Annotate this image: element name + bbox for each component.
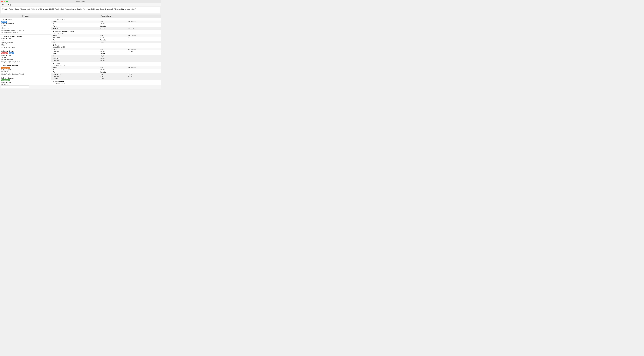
cell-net bbox=[126, 69, 161, 71]
col-header-net: Net change bbox=[126, 20, 161, 23]
transaction-date: 17/11/2023 16:51 bbox=[53, 18, 160, 20]
cell-total: 600.00 bbox=[98, 50, 126, 53]
transaction-date: 17/11/2023 16:27 bbox=[53, 32, 160, 34]
cell-total: 66.67 bbox=[98, 75, 126, 77]
table-row: Payer Subtotal bbox=[51, 39, 161, 41]
transaction-item-3: 3. random text random text 17/11/2023 16… bbox=[51, 29, 161, 43]
transaction-table: Payee Total Net change David Li 600.00 -… bbox=[51, 48, 161, 61]
person-item-alex-yeoh[interactable]: 1. Alex Yeoh friends Balance: +732.16 87… bbox=[0, 18, 51, 34]
col-header-total: Total bbox=[98, 48, 126, 50]
person-name: 1. Alex Yeoh bbox=[2, 18, 50, 20]
menu-file[interactable]: File bbox=[1, 3, 5, 6]
cell-payee: Alex Yeoh bbox=[51, 36, 98, 39]
transaction-title: 4. Rent bbox=[53, 44, 160, 46]
cell-total: 33.33 bbox=[98, 77, 126, 80]
persons-header: Persons bbox=[0, 14, 51, 18]
col-header-payee: Payee bbox=[51, 48, 98, 50]
person-email: betsycrowe@example.com bbox=[2, 61, 50, 63]
person-item-irfan[interactable]: 5. Irfan Ibrahim classmates Balance: 0.0… bbox=[0, 76, 51, 85]
cell-net: -30.12 bbox=[126, 36, 161, 39]
cell-net bbox=[126, 71, 161, 73]
transaction-title: 3. random text random text bbox=[53, 30, 160, 32]
cell-name: You bbox=[51, 55, 98, 57]
transaction-item-5: 5. Dinner 14/10/2023 17:00 Payee Total N… bbox=[51, 62, 161, 80]
persons-list[interactable]: 1. Alex Yeoh friends Balance: +732.16 87… bbox=[0, 18, 51, 85]
table-row: Alex Yeoh 200.00 - bbox=[51, 57, 161, 59]
table-row: Payer Subtotal bbox=[51, 53, 161, 55]
person-address: Blk 30 Geylang Street 29, #06-40 bbox=[2, 29, 50, 31]
table-row: David Li 600.00 -200.00 bbox=[51, 50, 161, 53]
table-row: You 100.00 bbox=[51, 69, 161, 71]
persons-panel: Persons 1. Alex Yeoh friends Balance: +7… bbox=[0, 14, 51, 85]
person-address: Blk 11 Ang Mo Kio Street 74, #11-04 bbox=[2, 73, 50, 75]
menu-help[interactable]: Help bbox=[7, 3, 12, 6]
person-address: London Block 55 bbox=[2, 58, 50, 61]
table-row: Others 33.33 - bbox=[51, 77, 161, 80]
col-header-payee: Payee bbox=[51, 20, 98, 23]
cell-total: 100.00 bbox=[98, 69, 126, 71]
transaction-item-6: 6. Hall Dinner 13/10/2023 16:00 Payee To… bbox=[51, 80, 161, 85]
cell-subtotal: Subtotal bbox=[98, 25, 126, 27]
transaction-title: 6. Hall Dinner bbox=[53, 81, 160, 83]
table-row: Alex Yeoh 30.12 -30.12 bbox=[51, 36, 161, 39]
cell-net: +742.28 bbox=[126, 27, 161, 29]
table-row: Payer Subtotal bbox=[51, 25, 161, 27]
col-header-net: Net change bbox=[126, 66, 161, 69]
table-row: Alex Yeoh 742.28 +742.28 bbox=[51, 27, 161, 29]
cell-payer: Payer bbox=[51, 25, 98, 27]
cell-net: - bbox=[126, 59, 161, 61]
cell-net bbox=[126, 39, 161, 41]
person-phone: 999 bbox=[2, 39, 50, 41]
table-row: David Li 200.00 - bbox=[51, 59, 161, 61]
cell-subtotal: Subtotal bbox=[98, 71, 126, 73]
person-phone: 93210283 bbox=[2, 71, 50, 73]
person-name: 4. Charlotte Oliveiro bbox=[2, 65, 50, 67]
cell-name: Alex Yeoh bbox=[51, 57, 98, 59]
title-bar: Spend N Split bbox=[0, 0, 161, 3]
bottom-input[interactable] bbox=[1, 85, 29, 88]
person-phone: 87438807 bbox=[2, 24, 50, 27]
cell-total: 200.00 bbox=[98, 55, 126, 57]
cell-total: 742.28 bbox=[98, 27, 126, 29]
person-name: 2. 5920345809280598245 bbox=[2, 35, 50, 37]
cell-net bbox=[126, 23, 161, 25]
cell-name: Alex Yeoh bbox=[51, 27, 98, 29]
person-phone: 1234567 bbox=[2, 56, 50, 58]
person-item-betsy-crowe[interactable]: 3. Betsy Crowe London friend Balance: 0.… bbox=[0, 49, 51, 64]
col-header-total: Total bbox=[98, 20, 126, 23]
transactions-list[interactable]: 17/11/2023 16:51 Payee Total Net change … bbox=[51, 18, 161, 85]
cell-name: Others bbox=[51, 77, 98, 80]
cell-payer: Payer bbox=[51, 39, 98, 41]
maximize-button[interactable] bbox=[6, 1, 8, 2]
person-email: yang@heng.edu.sg bbox=[2, 46, 50, 48]
col-header-net: Net change bbox=[126, 48, 161, 50]
table-row: You 200.00 - bbox=[51, 55, 161, 57]
cell-net: +0.00 bbox=[126, 73, 161, 75]
cell-name: You bbox=[51, 41, 98, 43]
table-row: You 30.12 - bbox=[51, 41, 161, 43]
transaction-header: 6. Hall Dinner 13/10/2023 16:00 bbox=[51, 80, 161, 85]
cell-payer: Payer bbox=[51, 53, 98, 55]
cell-total: 742.28 bbox=[98, 23, 126, 25]
minimize-button[interactable] bbox=[4, 1, 5, 2]
cell-net bbox=[126, 25, 161, 27]
notification-text: Updated Portion: Dinner; Timestamp: 14/1… bbox=[2, 8, 136, 10]
bottom-bar bbox=[0, 85, 161, 89]
table-row: Bernice Yu 0.00 +0.00 bbox=[51, 73, 161, 75]
close-button[interactable] bbox=[1, 1, 3, 2]
notification-bar: Updated Portion: Dinner; Timestamp: 14/1… bbox=[1, 7, 160, 14]
transaction-header: 4. Rent 17/11/2023 16:26 bbox=[51, 43, 161, 48]
cell-total: 0.00 bbox=[98, 73, 126, 75]
tag-london: London bbox=[2, 52, 8, 54]
person-balance: Balance: 0.00 bbox=[2, 69, 50, 71]
transaction-header: 3. random text random text 17/11/2023 16… bbox=[51, 29, 161, 34]
person-item-2[interactable]: 2. 5920345809280598245 Balance: 0.00 999… bbox=[0, 34, 51, 49]
person-balance: Balance: 0.00 bbox=[2, 54, 50, 56]
cell-net: - bbox=[126, 57, 161, 59]
cell-total: 30.12 bbox=[98, 36, 126, 39]
transactions-header: Transactions bbox=[51, 14, 161, 18]
cell-net bbox=[126, 53, 161, 55]
tag-neighbours: neighbours bbox=[2, 67, 10, 69]
window-controls[interactable] bbox=[1, 1, 8, 2]
person-item-charlotte[interactable]: 4. Charlotte Oliveiro neighbours Balance… bbox=[0, 64, 51, 76]
